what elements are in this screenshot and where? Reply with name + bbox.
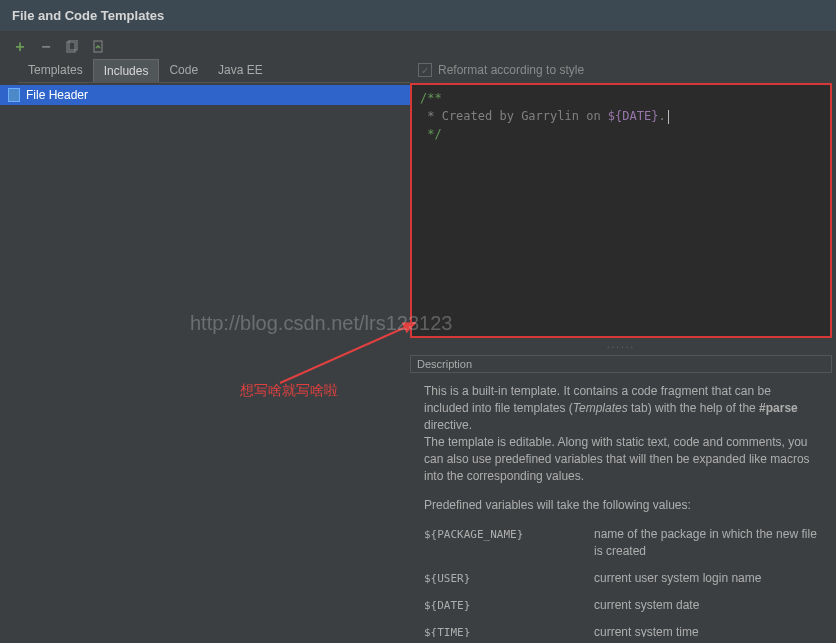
tab-includes[interactable]: Includes — [93, 59, 160, 82]
add-icon[interactable]: + — [12, 39, 28, 55]
copy-icon[interactable] — [64, 39, 80, 55]
desc-p1b: Templates — [573, 401, 628, 415]
refresh-icon[interactable] — [90, 39, 106, 55]
var-name: ${TIME} — [424, 624, 594, 637]
tree-item-label: File Header — [26, 88, 88, 102]
editor-line-3: */ — [420, 127, 442, 141]
window-title: File and Code Templates — [0, 0, 836, 31]
var-name: ${USER} — [424, 570, 594, 587]
var-desc: current system time — [594, 624, 818, 637]
resize-handle[interactable]: ...... — [410, 338, 832, 351]
checkbox-icon[interactable]: ✓ — [418, 63, 432, 77]
editor-line-2-var: ${DATE} — [608, 109, 659, 123]
tab-javaee[interactable]: Java EE — [208, 59, 273, 82]
var-name: ${PACKAGE_NAME} — [424, 526, 594, 560]
reformat-label: Reformat according to style — [438, 63, 584, 77]
template-editor[interactable]: /** * Created by Garrylin on ${DATE}. */ — [410, 83, 832, 338]
desc-p2: The template is editable. Along with sta… — [424, 434, 818, 485]
tree-item-file-header[interactable]: File Header — [0, 85, 410, 105]
description-body: This is a built-in template. It contains… — [410, 373, 832, 637]
template-tree[interactable]: File Header — [0, 83, 410, 637]
desc-p1c: tab) with the help of the — [628, 401, 759, 415]
reformat-checkbox-row[interactable]: ✓ Reformat according to style — [410, 59, 832, 83]
editor-line-2-suffix: . — [658, 109, 665, 123]
var-name: ${DATE} — [424, 597, 594, 614]
var-desc: current system date — [594, 597, 818, 614]
desc-p1e: directive. — [424, 418, 472, 432]
tab-bar: Templates Includes Code Java EE — [18, 59, 410, 83]
file-icon — [8, 88, 20, 102]
tab-templates[interactable]: Templates — [18, 59, 93, 82]
description-header: Description — [410, 355, 832, 373]
var-row: ${USER} current user system login name — [424, 570, 818, 587]
desc-p3: Predefined variables will take the follo… — [424, 497, 818, 514]
toolbar: + − — [0, 31, 836, 59]
var-desc: current user system login name — [594, 570, 818, 587]
tab-code[interactable]: Code — [159, 59, 208, 82]
var-desc: name of the package in which the new fil… — [594, 526, 818, 560]
var-row: ${DATE} current system date — [424, 597, 818, 614]
var-row: ${TIME} current system time — [424, 624, 818, 637]
left-panel: Templates Includes Code Java EE File Hea… — [0, 59, 410, 637]
right-panel: ✓ Reformat according to style /** * Crea… — [410, 59, 836, 637]
desc-p1d: #parse — [759, 401, 798, 415]
variables-table: ${PACKAGE_NAME} name of the package in w… — [424, 526, 818, 637]
editor-line-1: /** — [420, 91, 442, 105]
editor-line-2-prefix: * Created by Garrylin on — [420, 109, 608, 123]
var-row: ${PACKAGE_NAME} name of the package in w… — [424, 526, 818, 560]
text-cursor — [668, 110, 669, 124]
remove-icon[interactable]: − — [38, 39, 54, 55]
